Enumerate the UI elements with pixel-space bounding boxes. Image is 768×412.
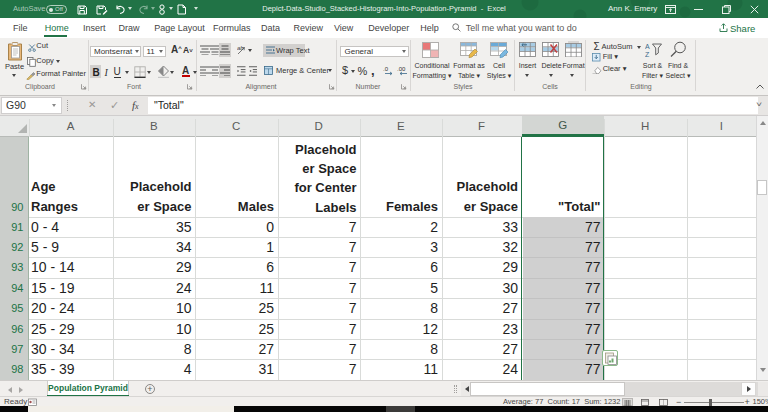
svg-text:ab: ab	[237, 45, 244, 51]
svg-text:A: A	[645, 43, 650, 50]
svg-text:.0: .0	[383, 66, 389, 72]
svg-text:Z: Z	[645, 51, 650, 58]
